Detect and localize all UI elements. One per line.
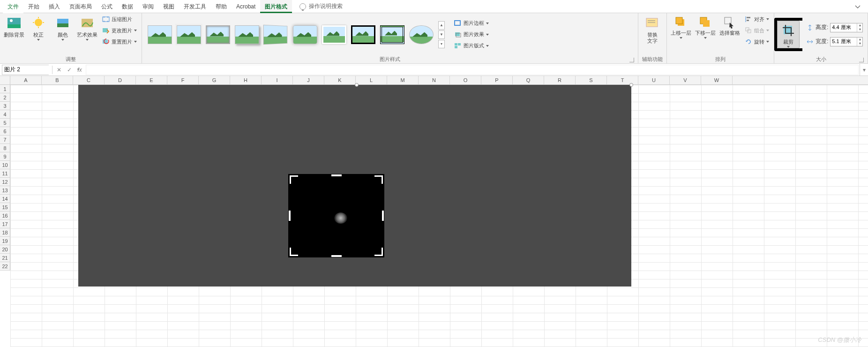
select-all-button[interactable] — [0, 76, 10, 85]
compress-pictures-button[interactable]: 压缩图片 — [100, 14, 139, 24]
picture-effects-button[interactable]: 图片效果 — [452, 30, 491, 40]
height-value[interactable] — [831, 23, 857, 32]
column-header[interactable]: W — [701, 76, 733, 84]
column-header[interactable]: O — [450, 76, 481, 84]
tab-developer[interactable]: 开发工具 — [179, 0, 211, 13]
tell-me-search[interactable]: 操作说明搜索 — [299, 2, 343, 10]
style-thumb-3[interactable] — [206, 25, 230, 44]
row-header[interactable]: 7 — [0, 136, 10, 144]
tab-home[interactable]: 开始 — [23, 0, 44, 13]
column-header[interactable]: I — [262, 76, 293, 84]
worksheet[interactable]: ABCDEFGHIJKLMNOPQRSTUVW 1234567891011121… — [0, 76, 868, 347]
style-thumb-6[interactable] — [293, 25, 317, 44]
column-header[interactable]: Q — [513, 76, 544, 84]
style-thumb-9[interactable] — [380, 25, 404, 44]
column-headers[interactable]: ABCDEFGHIJKLMNOPQRSTUVW — [10, 76, 868, 85]
column-header[interactable]: C — [73, 76, 105, 84]
style-thumb-8[interactable] — [351, 25, 375, 44]
column-header[interactable]: L — [356, 76, 387, 84]
bring-forward-button[interactable]: 上移一层 — [670, 14, 692, 39]
row-header[interactable]: 12 — [0, 178, 10, 186]
width-step-up[interactable]: ▲ — [857, 38, 862, 42]
row-header[interactable]: 21 — [0, 254, 10, 262]
height-input[interactable]: ▲▼ — [830, 23, 863, 32]
picture-layout-button[interactable]: 图片版式 — [452, 41, 491, 51]
change-picture-button[interactable]: 更改图片 — [100, 25, 139, 36]
row-header[interactable]: 4 — [0, 110, 10, 119]
cancel-formula-button[interactable]: ✕ — [54, 67, 64, 73]
enter-formula-button[interactable]: ✓ — [64, 67, 75, 73]
ribbon-collapse-button[interactable] — [854, 3, 861, 10]
gallery-scroll-down[interactable]: ▼ — [438, 30, 445, 39]
tab-page-layout[interactable]: 页面布局 — [65, 0, 97, 13]
tab-picture-format[interactable]: 图片格式 — [260, 0, 292, 13]
row-header[interactable]: 1 — [0, 85, 10, 93]
row-header[interactable]: 14 — [0, 195, 10, 203]
style-thumb-4[interactable] — [235, 25, 259, 44]
row-header[interactable]: 5 — [0, 119, 10, 127]
tab-acrobat[interactable]: Acrobat — [232, 0, 260, 13]
column-header[interactable]: M — [387, 76, 419, 84]
column-header[interactable]: R — [544, 76, 576, 84]
selection-pane-button[interactable]: 选择窗格 — [718, 14, 741, 36]
row-header[interactable]: 8 — [0, 144, 10, 152]
column-header[interactable]: K — [324, 76, 356, 84]
crop-handle-bl[interactable] — [290, 248, 298, 256]
row-header[interactable]: 13 — [0, 186, 10, 195]
width-value[interactable] — [831, 38, 857, 46]
tab-data[interactable]: 数据 — [117, 0, 138, 13]
column-header[interactable]: G — [199, 76, 230, 84]
row-headers[interactable]: 12345678910111213141516171819202122 — [0, 85, 10, 271]
crop-button[interactable]: 裁剪 — [777, 21, 800, 48]
corrections-button[interactable]: 校正 — [27, 14, 50, 41]
artistic-effects-button[interactable]: 艺术效果 — [76, 14, 98, 41]
row-header[interactable]: 19 — [0, 237, 10, 245]
crop-handle-tr[interactable] — [374, 175, 383, 184]
row-header[interactable]: 9 — [0, 152, 10, 161]
picture-crop-region[interactable] — [288, 174, 384, 257]
row-header[interactable]: 6 — [0, 127, 10, 136]
style-thumb-1[interactable] — [148, 25, 172, 44]
tab-help[interactable]: 帮助 — [211, 0, 232, 13]
send-backward-button[interactable]: 下移一层 — [694, 14, 717, 39]
name-box[interactable]: ▼ — [2, 65, 49, 75]
row-header[interactable]: 11 — [0, 169, 10, 178]
align-button[interactable]: 对齐 — [743, 14, 771, 24]
row-header[interactable]: 17 — [0, 220, 10, 228]
column-header[interactable]: H — [230, 76, 262, 84]
row-header[interactable]: 16 — [0, 211, 10, 220]
gallery-scroll-up[interactable]: ▲ — [438, 21, 445, 30]
tab-insert[interactable]: 插入 — [44, 0, 65, 13]
crop-handle-bottom[interactable] — [331, 255, 342, 257]
tab-view[interactable]: 视图 — [158, 0, 179, 13]
crop-handle-tl[interactable] — [290, 175, 298, 184]
column-header[interactable]: D — [105, 76, 136, 84]
crop-handle-left[interactable] — [289, 211, 291, 221]
column-header[interactable]: U — [638, 76, 670, 84]
gallery-expand[interactable]: ▾ — [438, 40, 445, 48]
column-header[interactable]: P — [481, 76, 513, 84]
color-button[interactable]: 颜色 — [52, 14, 74, 41]
remove-background-button[interactable]: 删除背景 — [3, 14, 25, 38]
column-header[interactable]: E — [136, 76, 167, 84]
style-thumb-2[interactable] — [177, 25, 201, 44]
crop-handle-br[interactable] — [374, 248, 383, 256]
tab-review[interactable]: 审阅 — [138, 0, 158, 13]
height-step-down[interactable]: ▼ — [857, 28, 862, 32]
style-thumb-5[interactable] — [263, 24, 288, 45]
column-header[interactable]: N — [419, 76, 450, 84]
picture-border-button[interactable]: 图片边框 — [452, 18, 491, 29]
column-header[interactable]: J — [293, 76, 324, 84]
formula-input[interactable] — [86, 65, 859, 75]
width-step-down[interactable]: ▼ — [857, 42, 862, 46]
column-header[interactable]: S — [576, 76, 607, 84]
column-header[interactable]: A — [10, 76, 42, 84]
column-header[interactable]: F — [167, 76, 199, 84]
row-header[interactable]: 2 — [0, 93, 10, 102]
style-thumb-7[interactable] — [322, 25, 346, 44]
reset-picture-button[interactable]: 重置图片 — [100, 37, 139, 47]
column-header[interactable]: T — [607, 76, 638, 84]
row-header[interactable]: 18 — [0, 228, 10, 237]
row-header[interactable]: 3 — [0, 102, 10, 110]
crop-handle-right[interactable] — [382, 211, 384, 221]
